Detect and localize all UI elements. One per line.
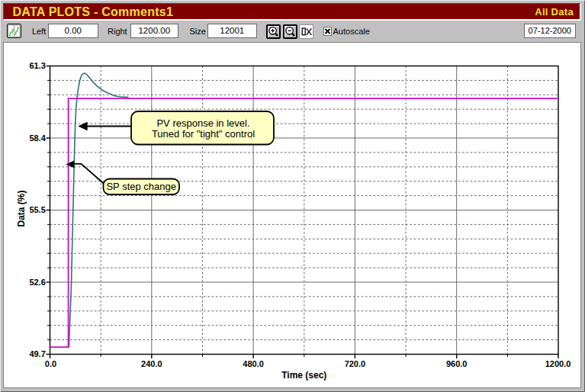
- svg-text:960.0: 960.0: [446, 359, 468, 368]
- svg-text:480.0: 480.0: [243, 359, 264, 368]
- svg-text:SP step change: SP step change: [106, 181, 176, 192]
- svg-text:49.7: 49.7: [29, 349, 45, 358]
- svg-text:0.0: 0.0: [45, 359, 56, 368]
- svg-text:58.4: 58.4: [29, 133, 46, 143]
- svg-text:240.0: 240.0: [141, 359, 162, 368]
- svg-text:PV response in level.: PV response in level.: [156, 117, 249, 129]
- svg-text:Data (%): Data (%): [16, 190, 27, 227]
- svg-text:55.5: 55.5: [29, 205, 45, 214]
- svg-text:Tuned for "tight" control: Tuned for "tight" control: [152, 128, 255, 140]
- svg-text:1200.0: 1200.0: [545, 359, 571, 368]
- svg-text:Time (sec): Time (sec): [281, 370, 326, 381]
- svg-text:720.0: 720.0: [345, 359, 366, 368]
- svg-text:52.6: 52.6: [29, 278, 45, 287]
- svg-text:61.3: 61.3: [29, 61, 45, 70]
